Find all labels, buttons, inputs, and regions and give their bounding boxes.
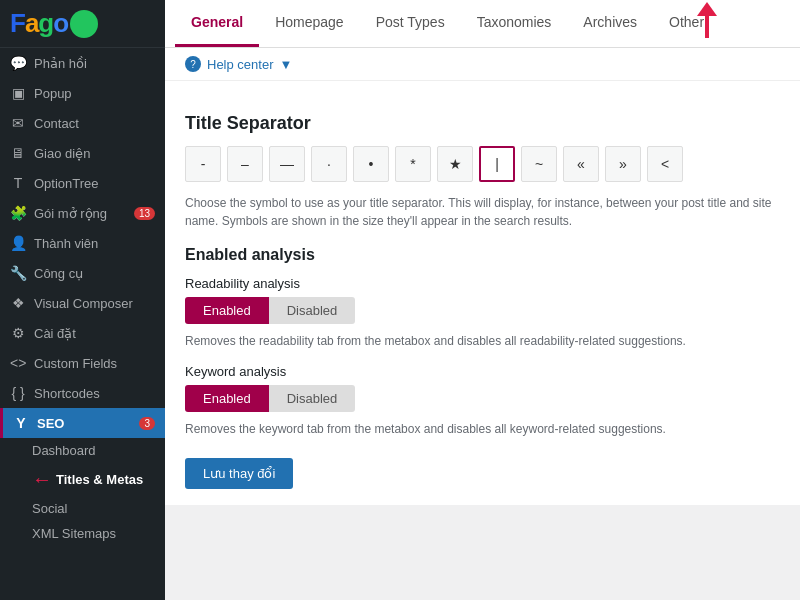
sidebar-item-visual-composer[interactable]: ❖ Visual Composer [0, 288, 165, 318]
popup-icon: ▣ [10, 85, 26, 101]
phan-hoi-icon: 💬 [10, 55, 26, 71]
seo-badge: 3 [139, 417, 155, 430]
separator-symbol-4[interactable]: • [353, 146, 389, 182]
separator-symbol-0[interactable]: - [185, 146, 221, 182]
keyword-description: Removes the keyword tab from the metabox… [185, 420, 780, 438]
sidebar-item-seo[interactable]: Y SEO 3 [0, 408, 165, 438]
sidebar-item-shortcodes[interactable]: { } Shortcodes [0, 378, 165, 408]
main-content: General Homepage Post Types Taxonomies A… [165, 0, 800, 600]
logo: Fago [10, 8, 68, 39]
sidebar-item-popup[interactable]: ▣ Popup [0, 78, 165, 108]
seo-icon: Y [13, 415, 29, 431]
contact-icon: ✉ [10, 115, 26, 131]
goi-mo-rong-icon: 🧩 [10, 205, 26, 221]
option-tree-icon: T [10, 175, 26, 191]
tab-post-types[interactable]: Post Types [360, 0, 461, 47]
tab-taxonomies[interactable]: Taxonomies [461, 0, 568, 47]
help-icon: ? [185, 56, 201, 72]
save-button[interactable]: Lưu thay đổi [185, 458, 293, 489]
title-separator-heading: Title Separator [185, 113, 780, 134]
separator-symbol-1[interactable]: – [227, 146, 263, 182]
keyword-disabled-button[interactable]: Disabled [269, 385, 356, 412]
sidebar-sub-item-titles-metas[interactable]: ← Titles & Metas [32, 463, 165, 496]
separator-symbol-2[interactable]: — [269, 146, 305, 182]
custom-fields-icon: <> [10, 355, 26, 371]
keyword-enabled-button[interactable]: Enabled [185, 385, 269, 412]
sidebar-item-custom-fields[interactable]: <> Custom Fields [0, 348, 165, 378]
help-center-label[interactable]: Help center [207, 57, 273, 72]
help-dropdown-icon[interactable]: ▼ [279, 57, 292, 72]
content-area: Title Separator -–—·•*★|~«»< Choose the … [165, 81, 800, 600]
readability-label: Readability analysis [185, 276, 780, 291]
tabs-bar: General Homepage Post Types Taxonomies A… [165, 0, 800, 48]
sidebar-item-thanh-vien[interactable]: 👤 Thành viên [0, 228, 165, 258]
separator-symbols-row: -–—·•*★|~«»< [185, 146, 780, 182]
separator-symbol-8[interactable]: ~ [521, 146, 557, 182]
tab-general[interactable]: General [175, 0, 259, 47]
sidebar-item-phan-hoi[interactable]: 💬 Phản hồi [0, 48, 165, 78]
separator-symbol-5[interactable]: * [395, 146, 431, 182]
content-inner: Title Separator -–—·•*★|~«»< Choose the … [165, 81, 800, 505]
separator-symbol-11[interactable]: < [647, 146, 683, 182]
separator-help-text: Choose the symbol to use as your title s… [185, 194, 780, 230]
tab-archives[interactable]: Archives [567, 0, 653, 47]
shortcodes-icon: { } [10, 385, 26, 401]
readability-toggle-group: Enabled Disabled [185, 297, 780, 324]
readability-description: Removes the readability tab from the met… [185, 332, 780, 350]
cong-cu-icon: 🔧 [10, 265, 26, 281]
logo-icon [70, 10, 98, 38]
separator-symbol-7[interactable]: | [479, 146, 515, 182]
sidebar: Fago 💬 Phản hồi ▣ Popup ✉ Contact 🖥 Giao… [0, 0, 165, 600]
other-tab-arrow-head [697, 2, 717, 16]
sidebar-sub-item-xml-sitemaps[interactable]: XML Sitemaps [32, 521, 165, 546]
sidebar-sub-item-social[interactable]: Social [32, 496, 165, 521]
enabled-analysis-heading: Enabled analysis [185, 246, 780, 264]
visual-composer-icon: ❖ [10, 295, 26, 311]
sidebar-sub-item-dashboard[interactable]: Dashboard [32, 438, 165, 463]
separator-symbol-9[interactable]: « [563, 146, 599, 182]
logo-area: Fago [0, 0, 165, 48]
separator-symbol-10[interactable]: » [605, 146, 641, 182]
thanh-vien-icon: 👤 [10, 235, 26, 251]
other-tab-arrow-shaft [705, 14, 709, 38]
readability-enabled-button[interactable]: Enabled [185, 297, 269, 324]
titles-metas-arrow-icon: ← [32, 468, 52, 491]
keyword-label: Keyword analysis [185, 364, 780, 379]
readability-disabled-button[interactable]: Disabled [269, 297, 356, 324]
goi-mo-rong-badge: 13 [134, 207, 155, 220]
cai-dat-icon: ⚙ [10, 325, 26, 341]
keyword-toggle-group: Enabled Disabled [185, 385, 780, 412]
separator-symbol-3[interactable]: · [311, 146, 347, 182]
tab-homepage[interactable]: Homepage [259, 0, 360, 47]
help-bar: ? Help center ▼ [165, 48, 800, 81]
giao-dien-icon: 🖥 [10, 145, 26, 161]
sidebar-item-goi-mo-rong[interactable]: 🧩 Gói mở rộng 13 [0, 198, 165, 228]
sidebar-item-option-tree[interactable]: T OptionTree [0, 168, 165, 198]
sidebar-item-giao-dien[interactable]: 🖥 Giao diện [0, 138, 165, 168]
sidebar-item-cong-cu[interactable]: 🔧 Công cụ [0, 258, 165, 288]
sidebar-item-cai-dat[interactable]: ⚙ Cài đặt [0, 318, 165, 348]
seo-submenu: Dashboard ← Titles & Metas Social XML Si… [0, 438, 165, 546]
separator-symbol-6[interactable]: ★ [437, 146, 473, 182]
sidebar-item-contact[interactable]: ✉ Contact [0, 108, 165, 138]
sidebar-menu: 💬 Phản hồi ▣ Popup ✉ Contact 🖥 Giao diện… [0, 48, 165, 600]
